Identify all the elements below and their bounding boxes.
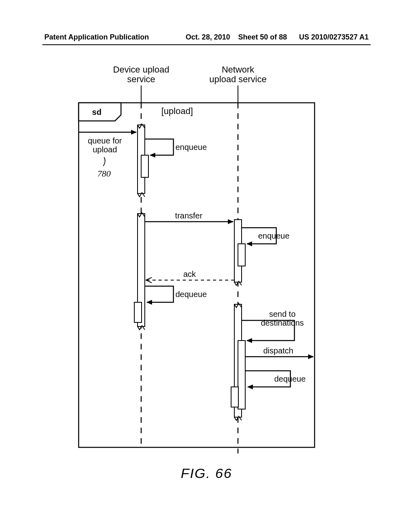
lifeline-network-label2: upload service bbox=[209, 74, 267, 84]
msg-queue-label2: upload bbox=[93, 145, 117, 154]
header-pubno: US 2010/0273527 A1 bbox=[299, 33, 369, 41]
msg-send-label2: destinations bbox=[261, 318, 304, 327]
device-dequeue-nested bbox=[134, 302, 142, 322]
refnum-tick bbox=[103, 157, 105, 166]
msg-enqueue-device bbox=[145, 139, 173, 155]
msg-queue-label1: queue for bbox=[88, 136, 122, 145]
msg-enqueue-device-label: enqueue bbox=[175, 143, 207, 152]
refnum-780: 780 bbox=[98, 168, 111, 179]
sd-frame bbox=[79, 103, 315, 447]
figure-label: FIG. 66 bbox=[0, 466, 413, 481]
network-enqueue-nested bbox=[238, 244, 245, 266]
page: Patent Application Publication Oct. 28, … bbox=[0, 0, 413, 532]
msg-transfer-label: transfer bbox=[175, 211, 202, 220]
header-sheet: Sheet 50 of 88 bbox=[238, 33, 287, 41]
network-send-nested bbox=[238, 341, 245, 409]
msg-dequeue-device bbox=[145, 286, 173, 302]
header-right: Oct. 28, 2010 Sheet 50 of 88 US 2010/027… bbox=[186, 33, 369, 42]
sd-label: sd bbox=[92, 108, 101, 116]
msg-dispatch-label: dispatch bbox=[263, 346, 294, 355]
lifeline-network-label1: Network bbox=[222, 64, 255, 75]
sequence-diagram: Device upload service Network upload ser… bbox=[0, 60, 413, 455]
msg-send-label1: send to bbox=[269, 310, 296, 318]
msg-enqueue-network-label: enqueue bbox=[258, 231, 290, 240]
page-header: Patent Application Publication Oct. 28, … bbox=[0, 33, 413, 42]
lifeline-device-label2: service bbox=[127, 74, 155, 84]
diagram-container: Device upload service Network upload ser… bbox=[0, 60, 413, 457]
msg-ack-label: ack bbox=[183, 270, 196, 278]
lifeline-device-label1: Device upload bbox=[113, 64, 169, 75]
header-date: Oct. 28, 2010 bbox=[186, 33, 230, 41]
upload-condition: [upload] bbox=[161, 106, 193, 116]
header-left: Patent Application Publication bbox=[44, 33, 149, 42]
msg-dequeue-device-label: dequeue bbox=[175, 290, 207, 299]
network-dequeue-nested bbox=[231, 387, 238, 407]
device-enqueue-nested bbox=[141, 155, 148, 177]
header-rule bbox=[42, 44, 371, 45]
msg-dequeue-network-label: dequeue bbox=[274, 374, 306, 383]
